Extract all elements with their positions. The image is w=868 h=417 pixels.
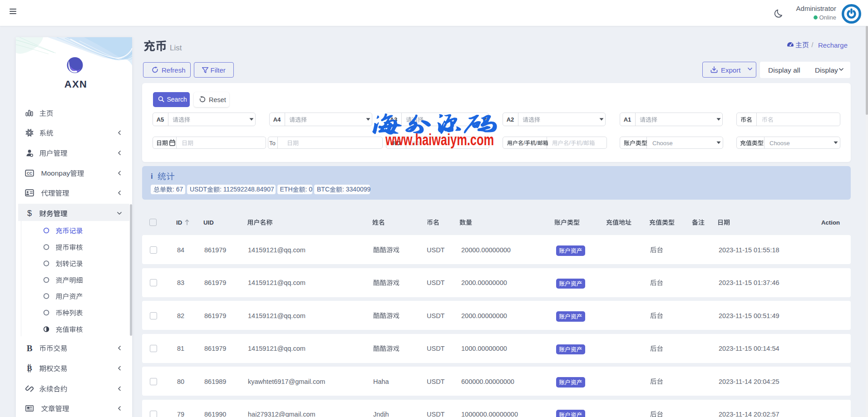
svg-text:Jndjh: Jndjh [373,411,389,417]
svg-text:B: B [27,364,32,373]
svg-text:A5: A5 [157,116,164,123]
svg-text:2000.00000000: 2000.00000000 [461,312,507,319]
svg-text:AXN: AXN [64,78,88,90]
svg-text:USDT: USDT [427,279,445,286]
svg-text:81: 81 [177,345,184,352]
svg-text:USDT: USDT [427,345,445,352]
svg-text:kyawhtet6917@gmail.com: kyawhtet6917@gmail.com [248,378,325,385]
svg-text:List: List [170,44,182,52]
svg-text:UID: UID [203,219,214,226]
svg-text:14159121@qq.com: 14159121@qq.com [248,312,306,319]
svg-text:84: 84 [177,246,184,254]
svg-text:1000000.00000000: 1000000.00000000 [461,411,518,417]
svg-text:79: 79 [177,411,184,417]
svg-text:861989: 861989 [204,378,226,385]
svg-text:Moonpay: Moonpay [41,169,70,177]
svg-text:USDT: USDT [427,378,445,385]
svg-text:$: $ [27,209,32,218]
svg-text:i: i [151,172,153,181]
svg-text:USDT: USDT [427,411,445,417]
svg-text:2023-11-14 20:02:57: 2023-11-14 20:02:57 [719,411,779,417]
svg-text:2000.00000000: 2000.00000000 [461,279,507,286]
svg-text:CC: CC [27,171,32,176]
svg-text:861979: 861979 [204,312,226,319]
svg-text:Search: Search [167,96,187,103]
svg-text:Filter: Filter [211,66,226,74]
svg-text:/: / [812,41,814,49]
svg-text:20000.00000000: 20000.00000000 [461,246,511,254]
svg-text:USDT: USDT [427,246,445,254]
svg-text:USDT: USDT [427,312,445,319]
svg-text:Action: Action [821,219,840,226]
svg-text:BTC: BTC [317,186,330,193]
svg-text:82: 82 [177,312,184,319]
svg-text:A2: A2 [507,116,514,123]
svg-text:Choose: Choose [652,140,673,147]
svg-text:Haha: Haha [373,378,390,385]
svg-text:USDT: USDT [190,186,207,193]
svg-text:14159121@qq.com: 14159121@qq.com [248,345,306,352]
svg-text:2023-11-15 00:51:49: 2023-11-15 00:51:49 [719,312,779,319]
svg-text:Display all: Display all [768,66,800,74]
svg-text:Refresh: Refresh [162,66,186,74]
svg-text:83: 83 [177,279,184,286]
svg-text:To: To [269,140,276,147]
svg-text:Administrator: Administrator [796,5,836,12]
svg-text:2023-11-15 01:37:46: 2023-11-15 01:37:46 [719,279,779,286]
svg-text:/: / [523,140,525,146]
svg-text:Choose: Choose [769,140,790,147]
svg-text:861979: 861979 [204,246,226,254]
svg-text:861979: 861979 [204,345,226,352]
svg-text:: 112592248.84907: : 112592248.84907 [220,186,274,193]
svg-text:2023-11-14 20:04:25: 2023-11-14 20:04:25 [719,378,779,385]
svg-text:Export: Export [721,66,741,74]
svg-text:861990: 861990 [204,411,226,417]
svg-text:/: / [582,140,584,146]
svg-text:: 67: : 67 [173,186,183,193]
svg-text:A1: A1 [624,116,631,123]
svg-text:1000.00000000: 1000.00000000 [461,345,507,352]
svg-text:Online: Online [819,14,836,21]
svg-text:: 0: : 0 [306,186,313,193]
svg-text:14159121@qq.com: 14159121@qq.com [248,246,306,254]
svg-text:www.haiwaiym.com: www.haiwaiym.com [385,131,494,148]
svg-text:600000.00000000: 600000.00000000 [461,378,514,385]
svg-text:hai279312@gmail.com: hai279312@gmail.com [248,411,316,417]
svg-text:861979: 861979 [204,279,226,286]
svg-text:Reset: Reset [209,96,226,103]
svg-text:80: 80 [177,378,184,385]
svg-text:/: / [569,140,571,146]
svg-text:B: B [27,343,33,353]
svg-text:: 3340099: : 3340099 [342,186,370,193]
svg-text:/: / [536,140,538,146]
svg-text:Recharge: Recharge [818,41,848,49]
svg-text:ETH: ETH [280,186,293,193]
svg-text:2023-11-15 01:55:18: 2023-11-15 01:55:18 [719,246,779,254]
svg-text:A4: A4 [273,116,281,123]
svg-text:Display: Display [815,66,838,74]
svg-text:2023-11-15 00:14:54: 2023-11-15 00:14:54 [719,345,779,352]
svg-text:ID: ID [176,219,182,226]
svg-text:14159121@qq.com: 14159121@qq.com [248,279,306,286]
